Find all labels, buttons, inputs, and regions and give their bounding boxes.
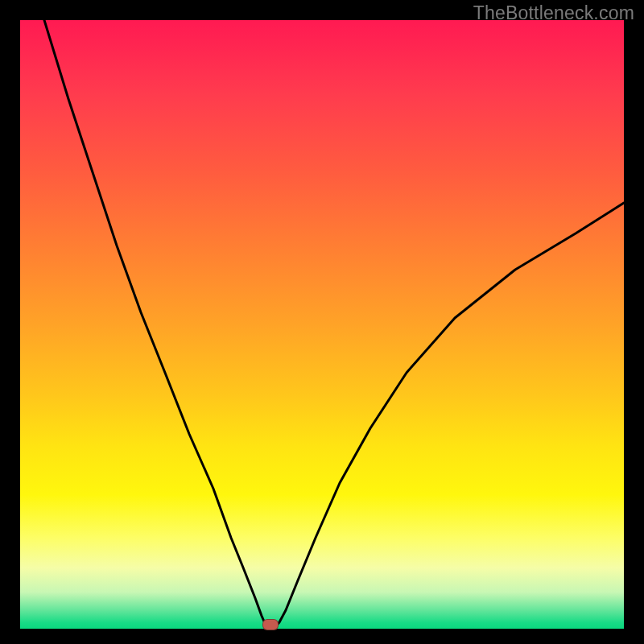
watermark-text: TheBottleneck.com <box>473 2 634 24</box>
plot-area <box>20 20 624 629</box>
optimal-marker <box>262 619 279 630</box>
bottleneck-curve <box>20 20 624 629</box>
chart-frame: TheBottleneck.com <box>0 0 644 644</box>
